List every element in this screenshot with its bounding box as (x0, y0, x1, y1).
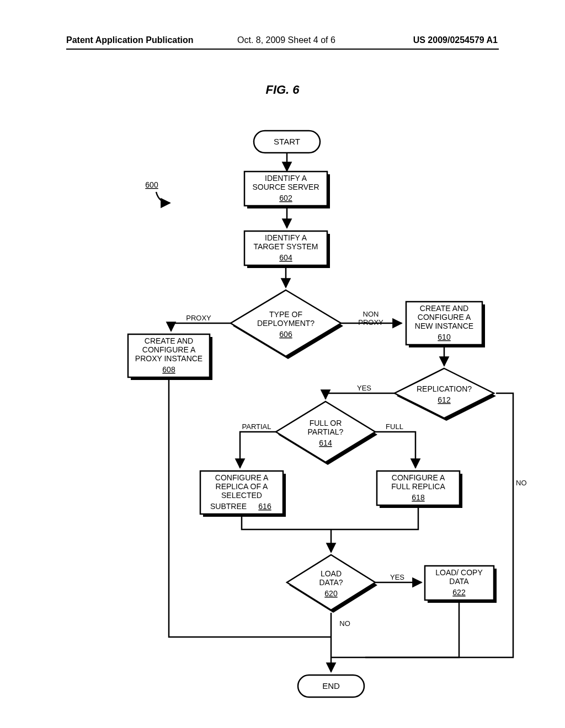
node-606: TYPE OF DEPLOYMENT? 606 (231, 290, 343, 359)
svg-text:610: 610 (438, 333, 451, 341)
edge-label-no-620: NO (339, 619, 350, 628)
svg-text:PARTIAL?: PARTIAL? (308, 427, 344, 436)
edge-label-nonproxy2: PROXY (358, 318, 383, 326)
edge-label-full: FULL (386, 422, 403, 431)
node-602: IDENTIFY A SOURCE SERVER 602 (244, 172, 330, 208)
svg-text:CONFIGURE A: CONFIGURE A (392, 473, 445, 482)
svg-text:CONFIGURE A: CONFIGURE A (215, 473, 269, 482)
svg-text:NEW INSTANCE: NEW INSTANCE (415, 322, 473, 330)
svg-text:FULL OR: FULL OR (310, 419, 342, 427)
svg-text:622: 622 (452, 588, 466, 597)
svg-text:END: END (322, 681, 340, 690)
edge-606-608 (171, 323, 231, 331)
node-610: CREATE AND CONFIGURE A NEW INSTANCE 610 (406, 302, 485, 347)
node-618: CONFIGURE A FULL REPLICA 618 (377, 471, 462, 508)
edge-614-616 (240, 432, 276, 468)
edge-612-614 (326, 393, 395, 399)
svg-text:604: 604 (279, 253, 292, 262)
page: Patent Application Publication Oct. 8, 2… (0, 0, 565, 728)
svg-text:DATA?: DATA? (319, 578, 343, 587)
svg-marker-30 (395, 368, 494, 418)
svg-text:REPLICA OF A: REPLICA OF A (216, 482, 269, 491)
node-604: IDENTIFY A TARGET SYSTEM 604 (244, 231, 330, 268)
edge-label-proxy: PROXY (186, 314, 211, 322)
flowchart: 600 START IDENTIFY A SOURCE SERVER 602 I… (0, 0, 565, 728)
node-608: CREATE AND CONFIGURE A PROXY INSTANCE 60… (128, 334, 212, 380)
svg-text:DATA: DATA (449, 577, 469, 586)
svg-text:CONFIGURE A: CONFIGURE A (418, 313, 471, 322)
node-616: CONFIGURE A REPLICA OF A SELECTED SUBTRE… (200, 471, 286, 517)
svg-text:LOAD: LOAD (321, 569, 342, 578)
svg-text:SOURCE SERVER: SOURCE SERVER (252, 183, 319, 191)
svg-text:620: 620 (324, 589, 338, 598)
node-614: FULL OR PARTIAL? 614 (276, 402, 377, 465)
svg-text:START: START (274, 137, 300, 146)
svg-text:SELECTED: SELECTED (221, 491, 262, 500)
edge-label-yes-612: YES (357, 384, 371, 392)
flow-ref-label: 600 (145, 180, 158, 189)
svg-text:614: 614 (319, 438, 332, 447)
svg-text:CREATE AND: CREATE AND (420, 304, 468, 313)
svg-text:602: 602 (279, 194, 292, 202)
svg-text:608: 608 (162, 365, 175, 374)
edge-label-partial: PARTIAL (242, 422, 271, 431)
edge-label-no-612: NO (516, 479, 527, 487)
node-612: REPLICATION? 612 (395, 368, 496, 421)
svg-text:PROXY INSTANCE: PROXY INSTANCE (135, 354, 202, 363)
svg-text:TARGET SYSTEM: TARGET SYSTEM (254, 242, 318, 251)
svg-text:REPLICATION?: REPLICATION? (417, 384, 472, 393)
svg-text:IDENTIFY A: IDENTIFY A (265, 174, 307, 183)
edge-614-618 (375, 432, 415, 468)
svg-text:TYPE OF: TYPE OF (269, 310, 302, 319)
end-node: END (298, 675, 364, 697)
node-622: LOAD/ COPY DATA 622 (425, 566, 497, 603)
edge-label-yes-620: YES (390, 573, 404, 581)
svg-text:CREATE AND: CREATE AND (145, 336, 193, 345)
svg-text:FULL REPLICA: FULL REPLICA (391, 482, 445, 491)
edge-622-merge (364, 603, 459, 657)
svg-text:LOAD/ COPY: LOAD/ COPY (435, 568, 483, 577)
svg-text:616: 616 (258, 502, 271, 511)
svg-text:612: 612 (438, 395, 451, 404)
edge-612-no (365, 393, 513, 657)
svg-text:DEPLOYMENT?: DEPLOYMENT? (257, 319, 315, 328)
svg-text:606: 606 (279, 330, 292, 339)
edge-618-merge (331, 508, 418, 529)
svg-text:618: 618 (412, 493, 425, 502)
edge-616-merge (242, 517, 331, 529)
svg-text:SUBTREE: SUBTREE (210, 502, 247, 511)
node-620: LOAD DATA? 620 (287, 555, 377, 613)
svg-text:IDENTIFY A: IDENTIFY A (265, 233, 307, 242)
svg-text:CONFIGURE A: CONFIGURE A (142, 345, 196, 354)
edge-label-nonproxy1: NON (363, 310, 379, 318)
flow-ref-pointer (156, 192, 170, 203)
start-node: START (254, 131, 320, 153)
